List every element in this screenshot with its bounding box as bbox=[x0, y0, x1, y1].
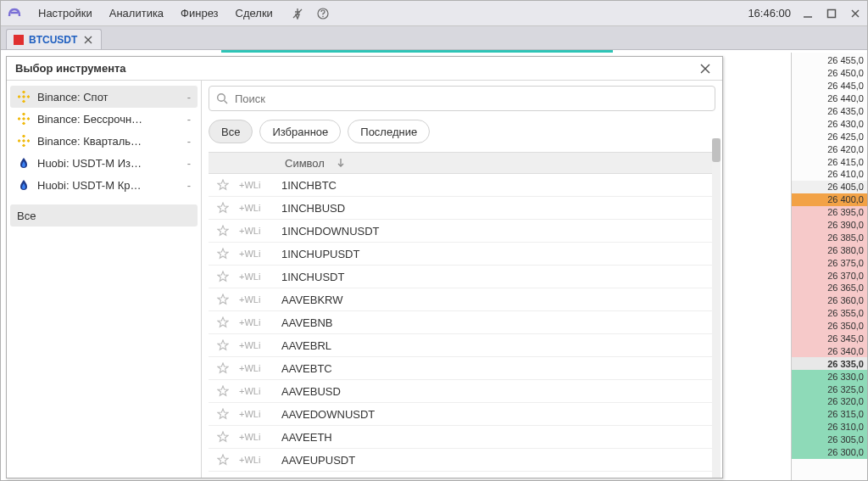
star-icon[interactable] bbox=[217, 408, 236, 420]
price-level[interactable]: 26 385,0 bbox=[792, 231, 867, 243]
menu-settings[interactable]: Настройки bbox=[31, 3, 99, 23]
star-icon[interactable] bbox=[217, 202, 236, 214]
price-level[interactable]: 26 390,0 bbox=[792, 219, 867, 232]
price-level[interactable]: 26 305,0 bbox=[792, 433, 867, 446]
star-icon[interactable] bbox=[217, 454, 236, 466]
price-level[interactable]: 26 345,0 bbox=[792, 333, 867, 345]
filter-recent[interactable]: Последние bbox=[348, 120, 430, 143]
price-level[interactable]: 26 330,0 bbox=[792, 370, 867, 383]
add-wli-button[interactable]: +WLi bbox=[239, 294, 278, 305]
symbol-row[interactable]: +WLi1INCHDOWNUSDT bbox=[209, 220, 715, 243]
price-level[interactable]: 26 315,0 bbox=[792, 408, 867, 421]
price-level[interactable]: 26 360,0 bbox=[792, 294, 867, 307]
minimize-button[interactable] bbox=[801, 7, 815, 20]
symbol-row[interactable]: +WLiAAVEETH bbox=[209, 426, 715, 449]
star-icon[interactable] bbox=[217, 225, 236, 237]
star-icon[interactable] bbox=[217, 385, 236, 397]
symbol-row[interactable]: +WLi1INCHUSDT bbox=[209, 266, 715, 288]
add-wli-button[interactable]: +WLi bbox=[239, 432, 278, 442]
tab-btcusdt[interactable]: BTCUSDT bbox=[6, 29, 102, 49]
filter-all[interactable]: Все bbox=[209, 120, 253, 143]
symbol-scrollbar[interactable] bbox=[712, 138, 721, 478]
scrollbar-thumb[interactable] bbox=[712, 138, 721, 162]
symbol-row[interactable]: +WLiAAVEUPUSDT bbox=[209, 449, 715, 472]
symbol-row[interactable]: +WLiAAVEBTC bbox=[209, 357, 715, 380]
symbol-row[interactable]: +WLiAAVEBRL bbox=[209, 334, 715, 357]
add-wli-button[interactable]: +WLi bbox=[239, 271, 278, 282]
price-level[interactable]: 26 350,0 bbox=[792, 320, 867, 333]
close-button[interactable] bbox=[849, 7, 862, 20]
header-symbol[interactable]: Символ bbox=[285, 157, 325, 170]
symbol-label: AAVEBTC bbox=[281, 362, 332, 375]
price-level[interactable]: 26 400,0 bbox=[792, 193, 867, 206]
price-level[interactable]: 26 320,0 bbox=[792, 395, 867, 408]
star-icon[interactable] bbox=[217, 339, 236, 351]
maximize-button[interactable] bbox=[825, 7, 838, 20]
price-level[interactable]: 26 410,0 bbox=[792, 168, 867, 181]
exchange-item[interactable]: Huobi: USDT-M Кр…- bbox=[10, 174, 198, 196]
search-input[interactable] bbox=[235, 92, 708, 105]
pin-icon[interactable] bbox=[288, 4, 307, 23]
price-level[interactable]: 26 355,0 bbox=[792, 307, 867, 320]
price-level[interactable]: 26 365,0 bbox=[792, 282, 867, 294]
price-level[interactable]: 26 325,0 bbox=[792, 383, 867, 395]
symbol-row[interactable]: +WLi1INCHBUSD bbox=[209, 197, 715, 220]
price-level[interactable]: 26 435,0 bbox=[792, 105, 867, 118]
search-field[interactable] bbox=[209, 86, 715, 111]
price-level[interactable]: 26 310,0 bbox=[792, 421, 867, 433]
price-level[interactable]: 26 370,0 bbox=[792, 269, 867, 282]
add-wli-button[interactable]: +WLi bbox=[239, 180, 278, 190]
sidebar-all[interactable]: Все bbox=[10, 204, 198, 227]
help-icon[interactable] bbox=[314, 4, 332, 23]
star-icon[interactable] bbox=[217, 179, 236, 191]
add-wli-button[interactable]: +WLi bbox=[239, 340, 278, 350]
star-icon[interactable] bbox=[217, 316, 236, 328]
add-wli-button[interactable]: +WLi bbox=[239, 203, 278, 213]
price-level[interactable]: 26 455,0 bbox=[792, 54, 867, 67]
price-level[interactable]: 26 340,0 bbox=[792, 344, 867, 357]
symbol-row[interactable]: +WLiAAVEDOWNUSDT bbox=[209, 403, 715, 426]
add-wli-button[interactable]: +WLi bbox=[239, 386, 278, 396]
add-wli-button[interactable]: +WLi bbox=[239, 226, 278, 236]
price-level[interactable]: 26 300,0 bbox=[792, 446, 867, 459]
star-icon[interactable] bbox=[217, 271, 236, 282]
symbol-row[interactable]: +WLiAAVEBNB bbox=[209, 311, 715, 334]
price-level[interactable]: 26 395,0 bbox=[792, 206, 867, 219]
sort-down-icon[interactable] bbox=[337, 158, 345, 168]
star-icon[interactable] bbox=[217, 431, 236, 443]
filter-fav[interactable]: Избранное bbox=[259, 120, 341, 143]
star-icon[interactable] bbox=[217, 294, 236, 305]
price-level[interactable]: 26 420,0 bbox=[792, 143, 867, 155]
symbol-row[interactable]: +WLiAAVEBKRW bbox=[209, 288, 715, 311]
price-level[interactable]: 26 415,0 bbox=[792, 155, 867, 168]
price-level[interactable]: 26 380,0 bbox=[792, 243, 867, 256]
price-level[interactable]: 26 440,0 bbox=[792, 92, 867, 105]
menu-analytics[interactable]: Аналитика bbox=[103, 3, 170, 23]
price-level[interactable]: 26 335,0 bbox=[792, 357, 867, 370]
symbol-row[interactable]: +WLi1INCHBTC bbox=[209, 174, 715, 197]
price-level[interactable]: 26 445,0 bbox=[792, 80, 867, 92]
symbol-row[interactable]: +WLiAAVEBUSD bbox=[209, 380, 715, 403]
price-level[interactable]: 26 430,0 bbox=[792, 117, 867, 130]
symbol-row[interactable]: +WLi1INCHUPUSDT bbox=[209, 243, 715, 266]
price-level[interactable]: 26 405,0 bbox=[792, 181, 867, 193]
exchange-item[interactable]: Huobi: USDT-M Из…- bbox=[10, 152, 198, 174]
price-level[interactable]: 26 450,0 bbox=[792, 67, 867, 80]
menu-deals[interactable]: Сделки bbox=[229, 3, 280, 23]
menu-finres[interactable]: Финрез bbox=[174, 3, 225, 23]
exchange-item[interactable]: Binance: Спот- bbox=[10, 86, 198, 108]
price-level[interactable]: 26 425,0 bbox=[792, 130, 867, 143]
add-wli-button[interactable]: +WLi bbox=[239, 455, 278, 465]
exchange-item[interactable]: Binance: Бессрочн…- bbox=[10, 108, 198, 130]
dialog-close-icon[interactable] bbox=[697, 60, 714, 77]
add-wli-button[interactable]: +WLi bbox=[239, 363, 278, 373]
add-wli-button[interactable]: +WLi bbox=[239, 317, 278, 327]
add-wli-button[interactable]: +WLi bbox=[239, 249, 278, 259]
symbol-rows[interactable]: +WLi1INCHBTC+WLi1INCHBUSD+WLi1INCHDOWNUS… bbox=[209, 174, 715, 478]
add-wli-button[interactable]: +WLi bbox=[239, 409, 278, 419]
price-level[interactable]: 26 375,0 bbox=[792, 256, 867, 269]
star-icon[interactable] bbox=[217, 362, 236, 374]
tab-close-icon[interactable] bbox=[82, 34, 94, 46]
star-icon[interactable] bbox=[217, 248, 236, 260]
exchange-item[interactable]: Binance: Кварталь…- bbox=[10, 130, 198, 152]
